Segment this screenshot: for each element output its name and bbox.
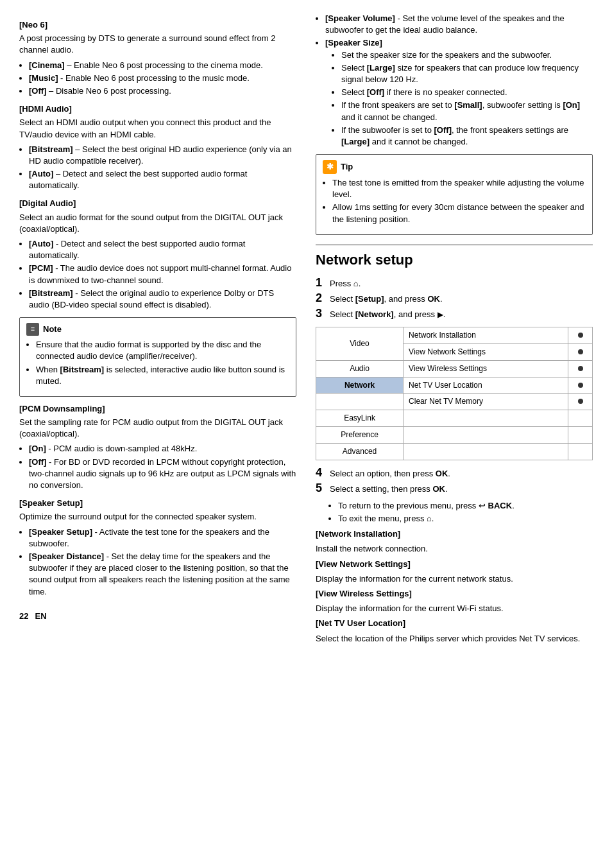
list-item: The test tone is emitted from the speake… (332, 177, 586, 200)
dot-cell (568, 443, 593, 460)
list-item: [Cinema] – Enable Neo 6 post processing … (29, 60, 296, 71)
step-number: 3 (316, 308, 326, 320)
table-row: Network Net TV User Location (316, 377, 593, 394)
pcm-intro: Set the sampling rate for PCM audio outp… (19, 417, 296, 440)
desc-net-tv-user-location-text: Select the location of the Philips serve… (316, 633, 593, 645)
pcm-heading: [PCM Downsampling] (19, 403, 296, 415)
dot-cell (568, 360, 593, 377)
neo6-list: [Cinema] – Enable Neo 6 post processing … (29, 60, 296, 98)
item-label: [PCM] (29, 263, 53, 273)
option-cell: View Network Settings (404, 343, 568, 360)
list-item: [Off] – Disable Neo 6 post processing. (29, 85, 296, 97)
item-label: [Bitstream] (29, 144, 73, 154)
tip-box: ✱ Tip The test tone is emitted from the … (316, 154, 593, 235)
language-label: EN (35, 611, 46, 622)
step-number: 2 (316, 292, 326, 305)
hdmi-audio-list: [Bitstream] – Select the best original H… (29, 144, 296, 192)
step-text: Press ⌂. (330, 277, 361, 290)
dot-cell (568, 410, 593, 427)
step-text: Select an option, then press OK. (330, 467, 450, 480)
pcm-list: [On] - PCM audio is down-sampled at 48kH… (29, 443, 296, 491)
step-number: 5 (316, 482, 326, 495)
step-text: Select [Setup], and press OK. (330, 292, 443, 305)
list-item: Set the speaker size for the speakers an… (341, 49, 593, 61)
item-label: [Bitstream] (29, 288, 73, 298)
list-item: [Auto] – Detect and select the best supp… (29, 168, 296, 191)
network-setup-title: Network setup (316, 250, 593, 270)
list-item: [Speaker Size] Set the speaker size for … (325, 37, 593, 148)
item-label: [Auto] (29, 239, 53, 248)
step-item: 4 Select an option, then press OK. (316, 467, 593, 480)
step-text: Select [Network], and press ▶. (330, 308, 445, 320)
menu-cell-preference: Preference (316, 426, 404, 443)
desc-net-tv-user-location: [Net TV User Location] (316, 618, 593, 629)
list-item: [Speaker Volume] - Set the volume level … (325, 13, 593, 36)
tip-header: ✱ Tip (323, 160, 586, 174)
dot-cell (568, 343, 593, 360)
list-item: Allow 1ms setting for every 30cm distanc… (332, 202, 586, 225)
list-item: [Bitstream] – Select the best original H… (29, 144, 296, 167)
note-box: ≡ Note Ensure that the audio format is s… (19, 317, 296, 397)
option-cell: Clear Net TV Memory (404, 394, 568, 410)
item-label: [Cinema] (29, 60, 65, 70)
steps-list-1: 1 Press ⌂. 2 Select [Setup], and press O… (316, 277, 593, 321)
speaker-setup-heading: [Speaker Setup] (19, 498, 296, 509)
dot-cell (568, 377, 593, 394)
table-row: Advanced (316, 443, 593, 460)
neo6-heading: [Neo 6] (19, 19, 296, 31)
option-cell (404, 443, 568, 460)
speaker-setup-list: [Speaker Setup] - Activate the test tone… (29, 526, 296, 598)
steps-list-2: 4 Select an option, then press OK. 5 Sel… (316, 467, 593, 495)
step-item: 2 Select [Setup], and press OK. (316, 292, 593, 305)
option-cell (404, 426, 568, 443)
list-item: If the front speakers are set to [Small]… (341, 100, 593, 123)
left-column: [Neo 6] A post processing by DTS to gene… (19, 13, 296, 648)
hdmi-audio-heading: [HDMI Audio] (19, 103, 296, 115)
menu-cell-video: Video (316, 327, 404, 361)
sub-steps-list: To return to the previous menu, press ↩ … (338, 500, 593, 525)
desc-network-installation-text: Install the network connection. (316, 543, 593, 555)
step-item: 3 Select [Network], and press ▶. (316, 308, 593, 320)
menu-cell-advanced: Advanced (316, 443, 404, 460)
menu-cell-easylink: EasyLink (316, 410, 404, 427)
bullet-dot (578, 383, 583, 388)
desc-view-network-settings: [View Network Settings] (316, 559, 593, 570)
page-layout: [Neo 6] A post processing by DTS to gene… (19, 13, 593, 648)
list-item: When [Bitstream] is selected, interactiv… (36, 364, 289, 387)
item-label: [Off] (29, 86, 46, 96)
dot-cell (568, 426, 593, 443)
menu-cell-empty (316, 394, 404, 410)
tip-icon: ✱ (323, 160, 337, 174)
tip-label: Tip (341, 161, 353, 173)
step-number: 4 (316, 467, 326, 480)
list-item: [Speaker Distance] - Set the delay time … (29, 551, 296, 598)
menu-table-body: Video Network Installation View Network … (316, 327, 593, 460)
option-cell: Net TV User Location (404, 377, 568, 394)
step-item: 5 Select a setting, then press OK. (316, 482, 593, 495)
desc-network-installation: [Network Installation] (316, 528, 593, 540)
speaker-size-sub-list: Set the speaker size for the speakers an… (341, 49, 593, 148)
list-item: Select [Off] if there is no speaker conn… (341, 87, 593, 98)
table-row: EasyLink (316, 410, 593, 427)
bullet-dot (578, 333, 583, 338)
tip-list: The test tone is emitted from the speake… (332, 177, 586, 225)
list-item: [Auto] - Detect and select the best supp… (29, 238, 296, 261)
step-number: 1 (316, 277, 326, 290)
note-icon: ≡ (26, 323, 39, 336)
list-item: To return to the previous menu, press ↩ … (338, 500, 593, 512)
note-header: ≡ Note (26, 323, 289, 336)
digital-audio-intro: Select an audio format for the sound out… (19, 212, 296, 235)
list-item: [Speaker Setup] - Activate the test tone… (29, 526, 296, 550)
desc-view-wireless-settings-text: Display the information for the current … (316, 603, 593, 614)
note-label: Note (43, 324, 62, 335)
list-item: [On] - PCM audio is down-sampled at 48kH… (29, 443, 296, 455)
list-item: To exit the menu, press ⌂. (338, 513, 593, 525)
option-cell: View Wireless Settings (404, 360, 568, 377)
digital-audio-heading: [Digital Audio] (19, 198, 296, 209)
menu-cell-network: Network (316, 377, 404, 394)
table-row: Video Network Installation (316, 327, 593, 344)
list-item: [PCM] - The audio device does not suppor… (29, 263, 296, 286)
section-divider (316, 245, 593, 245)
list-item: If the subwoofer is set to [Off], the fr… (341, 125, 593, 148)
option-cell: Network Installation (404, 327, 568, 344)
